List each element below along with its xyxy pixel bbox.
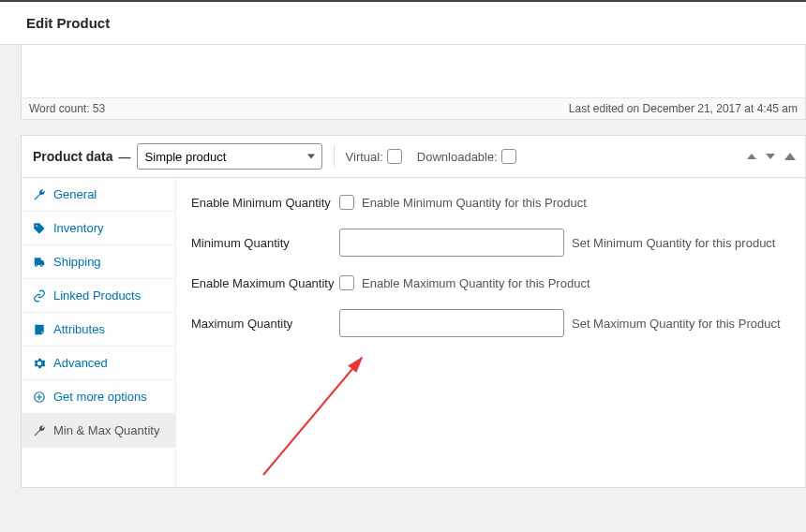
move-down-icon[interactable] — [766, 154, 775, 159]
enable-max-desc: Enable Maximum Quantity for this Product — [362, 276, 590, 290]
tab-label: General — [53, 187, 97, 201]
tab-advanced[interactable]: Advanced — [22, 347, 175, 380]
enable-max-label: Enable Maximum Quantity — [191, 276, 339, 290]
annotation-arrow-icon — [259, 348, 381, 480]
enable-min-label: Enable Minimum Quantity — [191, 196, 339, 210]
enable-min-row: Enable Minimum Quantity Enable Minimum Q… — [191, 195, 790, 210]
note-icon — [33, 323, 46, 336]
header-separator — [334, 145, 335, 168]
tab-label: Linked Products — [53, 288, 141, 303]
tab-shipping[interactable]: Shipping — [22, 245, 175, 279]
tag-icon — [33, 222, 46, 235]
last-edited: Last edited on December 21, 2017 at 4:45… — [569, 102, 798, 115]
tab-general[interactable]: General — [22, 178, 175, 212]
plus-icon — [33, 391, 46, 404]
downloadable-checkbox[interactable] — [501, 149, 516, 164]
status-bar: Word count: 53 Last edited on December 2… — [21, 97, 806, 120]
enable-max-row: Enable Maximum Quantity Enable Maximum Q… — [191, 275, 790, 290]
virtual-option: Virtual: — [346, 149, 402, 164]
metabox-title: Product data — [33, 149, 113, 164]
product-type-select[interactable]: Simple product — [137, 143, 322, 170]
enable-min-checkbox[interactable] — [339, 195, 354, 210]
move-up-icon[interactable] — [747, 154, 756, 159]
min-qty-input[interactable] — [339, 229, 564, 257]
wrench-icon — [33, 188, 46, 201]
downloadable-option: Downloadable: — [417, 149, 516, 164]
max-qty-input[interactable] — [339, 309, 564, 337]
enable-min-desc: Enable Minimum Quantity for this Product — [362, 196, 587, 210]
metabox-body: General Inventory Shipping Linked Produc… — [22, 178, 805, 487]
product-data-metabox: Product data — Simple product Virtual: D… — [21, 135, 806, 488]
tab-label: Attributes — [53, 322, 105, 336]
truck-icon — [33, 256, 46, 269]
tab-get-more[interactable]: Get more options — [22, 380, 175, 414]
downloadable-label: Downloadable: — [417, 150, 498, 164]
min-qty-desc: Set Minimum Quantity for this product — [572, 236, 775, 250]
virtual-checkbox[interactable] — [387, 149, 402, 164]
max-qty-row: Maximum Quantity Set Maximum Quantity fo… — [191, 309, 790, 337]
min-qty-label: Minimum Quantity — [191, 236, 339, 250]
tab-inventory[interactable]: Inventory — [22, 212, 175, 245]
tab-content: Enable Minimum Quantity Enable Minimum Q… — [176, 178, 805, 487]
page-header: Edit Product — [0, 0, 806, 45]
tab-label: Advanced — [53, 356, 108, 370]
metabox-dash: — — [119, 150, 131, 164]
enable-max-checkbox[interactable] — [339, 275, 354, 290]
page-title: Edit Product — [26, 15, 110, 31]
wrench-icon — [33, 424, 46, 437]
tab-attributes[interactable]: Attributes — [22, 313, 175, 347]
virtual-label: Virtual: — [346, 150, 383, 164]
collapse-icon[interactable] — [784, 153, 796, 160]
product-type-select-wrap: Simple product — [137, 143, 322, 170]
tab-label: Inventory — [53, 221, 103, 235]
metabox-controls — [747, 153, 796, 160]
min-qty-row: Minimum Quantity Set Minimum Quantity fo… — [191, 229, 790, 257]
tab-min-max-quantity[interactable]: Min & Max Quantity — [22, 414, 175, 448]
metabox-header: Product data — Simple product Virtual: D… — [22, 136, 805, 178]
max-qty-label: Maximum Quantity — [191, 317, 339, 331]
editor-blank — [21, 45, 806, 97]
tab-label: Get more options — [53, 390, 147, 404]
tab-linked-products[interactable]: Linked Products — [22, 279, 175, 313]
tab-label: Shipping — [53, 255, 101, 269]
product-tabs: General Inventory Shipping Linked Produc… — [22, 178, 176, 487]
gear-icon — [33, 357, 46, 370]
word-count: Word count: 53 — [29, 102, 105, 115]
link-icon — [33, 289, 46, 303]
max-qty-desc: Set Maximum Quantity for this Product — [572, 317, 781, 331]
tab-label: Min & Max Quantity — [53, 423, 159, 437]
svg-line-1 — [263, 358, 362, 475]
